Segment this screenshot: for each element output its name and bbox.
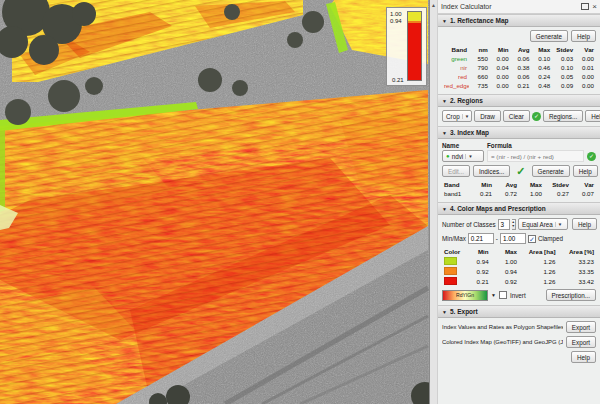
section-title: 2. Regions [450, 97, 483, 104]
section-header-regions[interactable]: ▼ 2. Regions [438, 94, 600, 107]
help-reflectance-button[interactable]: Help [571, 30, 596, 42]
section-title: 5. Export [450, 308, 478, 315]
collapse-icon[interactable]: ▼ [442, 98, 447, 104]
clear-button[interactable]: Clear [503, 110, 530, 122]
table-row: red_edge 7350.00 0.210.48 0.090.00 [442, 81, 596, 90]
formula-valid-icon: ✓ [587, 152, 596, 161]
table-header-row: ColorMin MaxArea [ha] Area [%] [442, 247, 596, 256]
table-header-row: BandMin AvgMax StdevVar [442, 180, 596, 189]
minmax-dash: - [496, 235, 498, 242]
index-calculator-window: 1.00 0.94 0.21 ▲ Index Calculator × ▼ [0, 0, 600, 404]
close-icon[interactable]: × [592, 2, 597, 11]
table-row: green 5500.00 0.060.10 0.030.00 [442, 54, 596, 63]
table-row: 0.210.92 1.2633.42 [442, 276, 596, 286]
reflectance-table: Bandnm MinAvg MaxStdev Var green 5500.00… [442, 45, 596, 90]
legend-mid-label: 0.94 [390, 18, 402, 24]
section-body-reflectance: Generate Help Bandnm MinAvg MaxStdev Var… [438, 27, 600, 94]
classes-spinner[interactable]: ▲ ▼ [512, 219, 516, 230]
chevron-down-icon[interactable]: ▼ [491, 292, 496, 298]
region-valid-icon: ✓ [532, 112, 541, 121]
edit-button[interactable]: Edit... [442, 165, 470, 177]
table-row: 0.941.00 1.2633.23 [442, 256, 596, 266]
classes-table: ColorMin MaxArea [ha] Area [%] 0.941.00 … [442, 247, 596, 286]
map-legend: 1.00 0.94 0.21 [386, 7, 427, 86]
classes-spinner-value[interactable]: 3 [498, 219, 510, 230]
class-color-swatch [444, 277, 457, 285]
table-header-row: Bandnm MinAvg MaxStdev Var [442, 45, 596, 54]
panel-titlebar: Index Calculator × [438, 0, 600, 14]
legend-colorbar [407, 11, 422, 81]
index-computed-icon: ✓ [516, 166, 525, 177]
section-title: 1. Reflectance Map [450, 17, 509, 24]
collapse-icon[interactable]: ▼ [442, 309, 447, 315]
export-geotiff-label: Colored Index Map (GeoTIFF) and GeoJPG (… [442, 339, 563, 345]
name-label: Name [442, 142, 484, 149]
section-title: 3. Index Map [450, 129, 489, 136]
indices-button[interactable]: Indices... [473, 165, 510, 177]
panel-title: Index Calculator [441, 3, 578, 10]
spinner-down-icon[interactable]: ▼ [512, 224, 515, 228]
minmax-label: Min/Max [442, 235, 466, 242]
chevron-down-icon: ▼ [555, 222, 562, 227]
section-header-colormaps[interactable]: ▼ 4. Color Maps and Prescription [438, 202, 600, 215]
index-name-combo[interactable]: ● ndvi ▼ [442, 150, 484, 162]
legend-max-label: 1.00 [390, 11, 402, 17]
gradient-name: RdYlGn [456, 292, 474, 298]
legend-color-bottom [408, 23, 421, 80]
clamped-checkbox[interactable]: ✓ [528, 235, 536, 243]
panel-scrollbar[interactable]: ▲ [430, 0, 438, 404]
collapse-icon[interactable]: ▼ [442, 18, 447, 24]
class-color-swatch [444, 267, 457, 275]
table-row: band10.21 0.721.00 0.270.07 [442, 189, 596, 198]
chevron-down-icon: ▼ [465, 154, 472, 159]
help-regions-button[interactable]: Help [585, 110, 600, 122]
collapse-icon[interactable]: ▼ [442, 130, 447, 136]
table-row: red 6600.00 0.060.24 0.050.00 [442, 72, 596, 81]
section-header-export[interactable]: ▼ 5. Export [438, 305, 600, 318]
index-calculator-panel: ▲ Index Calculator × ▼ 1. Reflectance Ma… [429, 0, 600, 404]
min-field[interactable]: 0.21 [468, 233, 494, 244]
crop-combo[interactable]: Crop ▼ [442, 110, 472, 122]
draw-button[interactable]: Draw [474, 110, 501, 122]
help-index-button[interactable]: Help [573, 165, 598, 177]
export-shapefile-button[interactable]: Export [566, 321, 596, 333]
export-geotiff-button[interactable]: Export [566, 336, 596, 348]
section-body-colormaps: Number of Classes 3 ▲ ▼ Equal Area ▼ Hel… [438, 215, 600, 305]
formula-label: Formula [487, 142, 512, 149]
section-header-index-map[interactable]: ▼ 3. Index Map [438, 126, 600, 139]
table-row: nir 7900.04 0.380.46 0.100.01 [442, 63, 596, 72]
formula-field[interactable]: = (nir - red) / (nir + red) [487, 150, 584, 162]
class-mode-combo[interactable]: Equal Area ▼ [518, 218, 568, 230]
generate-reflectance-button[interactable]: Generate [530, 30, 568, 42]
help-export-button[interactable]: Help [571, 351, 596, 363]
ndvi-map-image [0, 0, 429, 404]
regions-button[interactable]: Regions... [543, 110, 583, 122]
gradient-combo[interactable]: RdYlGn [442, 290, 488, 301]
classes-label: Number of Classes [442, 221, 496, 228]
section-body-regions: Crop ▼ Draw Clear ✓ Regions... Help [438, 107, 600, 126]
generate-index-button[interactable]: Generate [532, 165, 570, 177]
index-status-icon: ● [446, 153, 450, 159]
section-body-index-map: Name Formula ● ndvi ▼ = (nir - red) / (n… [438, 139, 600, 202]
clamped-label: Clamped [538, 235, 563, 242]
prescription-button[interactable]: Prescription... [546, 289, 597, 301]
help-colormaps-button[interactable]: Help [572, 218, 597, 230]
float-icon[interactable] [581, 3, 589, 10]
section-title: 4. Color Maps and Prescription [450, 205, 546, 212]
invert-label: Invert [510, 292, 526, 299]
section-body-export: Index Values and Rates as Polygon Shapef… [438, 318, 600, 367]
collapse-icon[interactable]: ▼ [442, 206, 447, 212]
table-row: 0.920.94 1.2633.35 [442, 266, 596, 276]
legend-min-label: 0.21 [392, 77, 404, 83]
index-stats-table: BandMin AvgMax StdevVar band10.21 0.721.… [442, 180, 596, 198]
map-canvas[interactable]: 1.00 0.94 0.21 [0, 0, 429, 404]
section-header-reflectance[interactable]: ▼ 1. Reflectance Map [438, 14, 600, 27]
invert-checkbox[interactable] [499, 291, 507, 299]
max-field[interactable]: 1.00 [500, 233, 526, 244]
chevron-down-icon: ▼ [462, 114, 469, 119]
class-color-swatch [444, 257, 457, 265]
legend-color-top [408, 12, 421, 21]
scroll-up-icon[interactable]: ▲ [431, 2, 436, 8]
panel-content: Index Calculator × ▼ 1. Reflectance Map … [438, 0, 600, 404]
export-shapefile-label: Index Values and Rates as Polygon Shapef… [442, 324, 563, 330]
